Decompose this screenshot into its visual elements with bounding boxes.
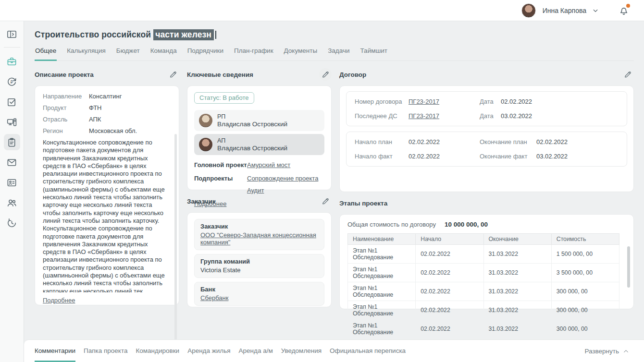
plan-end-label: Окончание план bbox=[480, 138, 536, 145]
bank-label: Банк bbox=[200, 286, 318, 293]
contact-card-icon[interactable] bbox=[4, 174, 20, 191]
parent-project-label: Головной проект bbox=[194, 161, 247, 169]
collapse-panel-icon[interactable] bbox=[4, 26, 20, 42]
account-partner-row[interactable]: АП Владислав Островский bbox=[194, 134, 324, 155]
user-avatar[interactable] bbox=[521, 3, 536, 18]
tab-papka-proekta[interactable]: Папка проекта bbox=[84, 340, 127, 362]
fact-start-value: 02.02.2022 bbox=[409, 153, 480, 160]
tab-obshchee[interactable]: Общее bbox=[35, 47, 57, 61]
table-scrollbar[interactable] bbox=[627, 246, 630, 288]
field-value: АПК bbox=[89, 116, 101, 123]
pencil-icon bbox=[169, 70, 177, 79]
date-label: Дата bbox=[480, 98, 501, 105]
addendum-date-value: 03.02.2022 bbox=[501, 112, 532, 120]
plan-start-label: Начало план bbox=[355, 138, 409, 145]
contract-total-label: Общая стоимость по договору bbox=[347, 221, 436, 228]
subproject-link[interactable]: Аудит bbox=[247, 187, 264, 194]
table-row[interactable]: Этап №1 Обследование02.02.202231.03.2022… bbox=[348, 264, 619, 282]
expand-panel-button[interactable]: Развернуть bbox=[584, 340, 630, 362]
person-name: Владислав Островский bbox=[217, 145, 287, 152]
tab-uvedomleniya[interactable]: Уведомления bbox=[281, 340, 322, 362]
page-title[interactable]: Строительство российской части железн bbox=[35, 30, 634, 40]
edit-key-info-button[interactable] bbox=[319, 68, 332, 81]
tab-zadachi[interactable]: Задачи bbox=[327, 47, 350, 61]
field-label: Отрасль bbox=[43, 116, 89, 123]
tab-komanda[interactable]: Команда bbox=[150, 47, 177, 61]
date-label: Дата bbox=[480, 112, 501, 120]
tab-podryadchiki[interactable]: Подрядчики bbox=[187, 47, 224, 61]
customer-box: Заказчик ООО "Северо-Западная концессион… bbox=[194, 219, 324, 250]
sidebar-divider bbox=[4, 47, 20, 48]
customer-label: Заказчик bbox=[200, 223, 318, 230]
tab-komandirovki[interactable]: Командировки bbox=[136, 340, 179, 362]
workstation-icon[interactable] bbox=[4, 114, 20, 130]
customer-company-link[interactable]: ООО "Северо-Западная концессионная компа… bbox=[200, 231, 316, 246]
contract-number-link[interactable]: ПГ23-2017 bbox=[409, 98, 439, 105]
key-info-section-title: Ключевые сведения bbox=[187, 71, 253, 78]
field-label: Продукт bbox=[43, 104, 89, 111]
tab-arenda-am[interactable]: Аренда а/м bbox=[239, 340, 273, 362]
bottom-panel: Комментарии Папка проекта Командировки А… bbox=[24, 339, 644, 362]
briefcase-icon[interactable] bbox=[4, 53, 20, 70]
last-addendum-link[interactable]: ПГ23-2017 bbox=[409, 112, 439, 120]
main-content: Строительство российской части железн Об… bbox=[24, 21, 644, 362]
tab-arenda-zhilya[interactable]: Аренда жилья bbox=[187, 340, 230, 362]
tab-taymshit[interactable]: Таймшит bbox=[359, 47, 388, 61]
text-cursor bbox=[215, 31, 216, 39]
pencil-icon bbox=[321, 70, 330, 79]
expand-label: Развернуть bbox=[584, 348, 619, 355]
table-row[interactable]: Этап №1 Обследование02.02.202231.03.2022… bbox=[348, 320, 619, 338]
user-name[interactable]: Инна Карпова bbox=[543, 7, 586, 14]
person-role: РП bbox=[217, 113, 287, 120]
column-header: Стоимость bbox=[551, 234, 619, 245]
column-header: Наименование bbox=[348, 234, 416, 245]
customer-section-title: Заказчик bbox=[187, 198, 215, 205]
bank-link[interactable]: Сбербанк bbox=[200, 294, 228, 302]
pencil-icon bbox=[321, 197, 330, 205]
table-row[interactable]: Этап №1 Обследование02.02.202231.03.2022… bbox=[348, 301, 619, 320]
subproject-link[interactable]: Сопровождение проекта bbox=[247, 175, 318, 182]
column-header: Окончание bbox=[483, 234, 551, 245]
edit-contract-button[interactable] bbox=[621, 68, 634, 81]
tab-byudzhet[interactable]: Бюджет bbox=[116, 47, 140, 61]
contract-section-title: Договор bbox=[339, 71, 366, 78]
tab-oficialnaya-perepiska[interactable]: Официальная переписка bbox=[330, 340, 406, 362]
notification-dot bbox=[626, 4, 630, 8]
contract-numbers-box: Номер договора ПГ23-2017 Дата 02.02.2022… bbox=[346, 91, 627, 126]
person-role: АП bbox=[217, 137, 287, 144]
last-addendum-label: Последнее ДС bbox=[355, 112, 409, 120]
tab-kommentarii[interactable]: Комментарии bbox=[35, 340, 75, 362]
chevron-down-icon[interactable] bbox=[591, 6, 600, 15]
project-description-text: Консультационное сопровождение по подгот… bbox=[43, 139, 171, 292]
ruble-turnover-icon[interactable]: ₽ bbox=[4, 73, 20, 90]
mail-icon[interactable] bbox=[4, 154, 20, 170]
bank-box: Банк Сбербанк bbox=[194, 282, 324, 306]
page-title-normal: Строительство российской bbox=[35, 30, 151, 39]
parent-project-link[interactable]: Амурский мост bbox=[247, 161, 290, 169]
edit-description-button[interactable] bbox=[167, 68, 179, 81]
notifications-button[interactable] bbox=[618, 5, 630, 16]
project-manager-row[interactable]: РП Владислав Островский bbox=[194, 110, 324, 131]
tab-plan-grafik[interactable]: План-график bbox=[234, 47, 274, 61]
team-icon[interactable] bbox=[4, 194, 20, 211]
tab-kalkulyaciya[interactable]: Калькуляция bbox=[66, 47, 106, 61]
table-row[interactable]: Этап №1 Обследование02.02.202231.03.2022… bbox=[348, 245, 619, 264]
tasks-check-icon[interactable] bbox=[4, 94, 20, 110]
company-group-value: Victoria Estate bbox=[200, 266, 241, 274]
clipboard-icon[interactable] bbox=[4, 134, 20, 150]
description-section: Описание проекта НаправлениеКонсалтинг П… bbox=[35, 69, 179, 309]
stages-card: Общая стоимость по договору 10 000 000, … bbox=[339, 214, 634, 309]
tab-dokumenty[interactable]: Документы bbox=[284, 47, 318, 61]
contract-card: Номер договора ПГ23-2017 Дата 02.02.2022… bbox=[339, 85, 634, 192]
key-info-card: Статус: В работе РП Владислав Островский… bbox=[187, 85, 332, 190]
company-group-label: Группа команий bbox=[200, 258, 318, 265]
description-scrollbar[interactable] bbox=[174, 134, 177, 340]
description-more-link[interactable]: Подробнее bbox=[43, 297, 75, 304]
stages-table: Наименование Начало Окончание Стоимость … bbox=[347, 233, 619, 338]
field-label: Направление bbox=[43, 93, 89, 100]
plan-end-value: 02.02.2022 bbox=[536, 138, 568, 145]
edit-customer-button[interactable] bbox=[319, 195, 332, 207]
time-history-icon[interactable] bbox=[4, 215, 20, 231]
table-row[interactable]: Этап №1 Обследование02.02.202231.03.2022… bbox=[348, 282, 619, 301]
stages-table-header: Наименование Начало Окончание Стоимость bbox=[348, 234, 619, 245]
